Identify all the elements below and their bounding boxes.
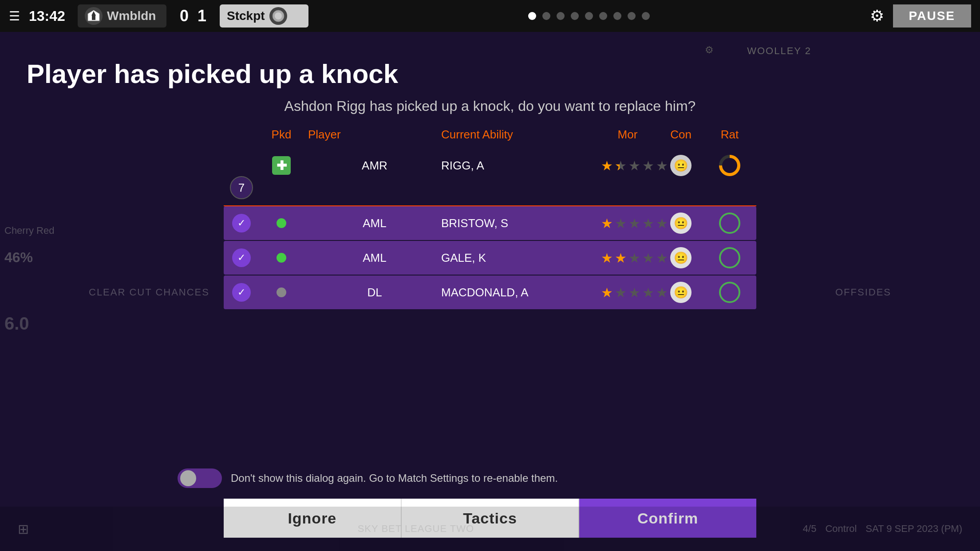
table-row[interactable]: ✚ AMR RIGG, A ★ ★★ ★ ★ ★ 😐 7 [224, 149, 756, 206]
pkd-gale [255, 253, 308, 263]
star-2: ★ [615, 285, 627, 300]
dot-4[interactable] [571, 12, 579, 20]
dialog-title: Player has picked up a knock [27, 59, 953, 89]
position-bristow: AML [308, 216, 441, 230]
table-row[interactable]: ✓ AML GALE, K ★ ★ ★ ★ ★ 😐 [224, 241, 756, 275]
stars-gale: ★ ★ ★ ★ ★ [601, 250, 654, 266]
svg-point-4 [275, 12, 282, 20]
dot-1[interactable] [528, 12, 536, 20]
bottom-icons: ⊞ [18, 521, 29, 537]
star-4: ★ [642, 285, 654, 300]
pause-button[interactable]: PAUSE [893, 4, 971, 28]
star-1: ★ [601, 158, 613, 173]
con-gale [707, 247, 752, 268]
col-header-mor: Mor [601, 128, 654, 142]
check-bristow: ✓ [228, 214, 255, 232]
star-2: ★ [615, 216, 627, 231]
mood-macdonald: 😐 [670, 282, 692, 303]
star-5: ★ [656, 216, 668, 231]
home-score: 0 [180, 7, 189, 25]
col-header-con: Con [654, 128, 707, 142]
check-macdonald: ✓ [228, 283, 255, 302]
background-bottom-bar: ⊞ SKY BET LEAGUE TWO 4/5 Control SAT 9 S… [0, 507, 980, 551]
home-team-name: Wmbldn [107, 9, 156, 23]
score-display: 0 1 [175, 7, 211, 25]
grid-icon: ⊞ [18, 521, 29, 537]
con-bristow [707, 213, 752, 234]
dot-6[interactable] [599, 12, 607, 20]
settings-icon[interactable]: ⚙ [870, 7, 884, 25]
position-rigg: AMR [308, 159, 441, 173]
toggle-switch[interactable] [178, 468, 222, 488]
bottom-right-info: 4/5 Control SAT 9 SEP 2023 (PM) [803, 523, 962, 535]
dot-3[interactable] [557, 12, 565, 20]
status-dot-macdonald [277, 287, 286, 297]
mood-bristow: 😐 [670, 213, 692, 234]
rating-rigg: 7 [230, 176, 253, 199]
star-4: ★ [642, 158, 654, 173]
star-3: ★ [628, 158, 640, 173]
star-3: ★ [628, 216, 640, 231]
stars-rigg: ★ ★★ ★ ★ ★ [601, 158, 654, 173]
league-label: SKY BET LEAGUE TWO [358, 523, 474, 535]
con-macdonald [707, 282, 752, 303]
toggle-knob [180, 470, 196, 486]
col-header-player: Player [308, 128, 441, 142]
match-time: 13:42 [29, 8, 69, 24]
toggle-row: Don't show this dialog again. Go to Matc… [178, 468, 953, 488]
mood-rigg: 😐 [670, 155, 692, 176]
star-4: ★ [642, 250, 654, 266]
star-5: ★ [656, 158, 668, 173]
mood-gale: 😐 [670, 247, 692, 268]
star-4: ★ [642, 216, 654, 231]
team-away-block: Stckpt [220, 4, 308, 28]
col-header-ability: Current Ability [441, 128, 601, 142]
status-dot-gale [277, 253, 286, 263]
player-name-bristow: BRISTOW, S [441, 216, 601, 230]
bottom-score: 4/5 [803, 523, 817, 535]
player-name-gale: GALE, K [441, 251, 601, 265]
toggle-label: Don't show this dialog again. Go to Matc… [231, 472, 558, 484]
check-icon-gale: ✓ [232, 248, 251, 267]
dot-8[interactable] [628, 12, 636, 20]
away-score: 1 [198, 7, 206, 25]
star-1: ★ [601, 285, 613, 300]
bottom-control-label: Control [825, 523, 857, 535]
status-dot-bristow [277, 218, 286, 228]
check-icon-macdonald: ✓ [232, 283, 251, 302]
dot-2[interactable] [542, 12, 550, 20]
star-3: ★ [628, 285, 640, 300]
star-1: ★ [601, 250, 613, 266]
menu-icon[interactable]: ☰ [9, 9, 20, 24]
pkd-macdonald [255, 287, 308, 297]
player-table: Pkd Player Current Ability Mor Con Rat ✚… [224, 128, 756, 310]
table-row[interactable]: ✓ AML BRISTOW, S ★ ★ ★ ★ ★ 😐 [224, 206, 756, 240]
home-badge [85, 7, 103, 25]
away-team-name: Stckpt [227, 9, 265, 23]
check-gale: ✓ [228, 248, 255, 267]
star-1: ★ [601, 216, 613, 231]
star-2: ★★ [615, 158, 627, 173]
dot-7[interactable] [613, 12, 621, 20]
pkd-bristow [255, 218, 308, 228]
away-badge [269, 7, 287, 25]
position-macdonald: DL [308, 286, 441, 299]
star-2: ★ [615, 250, 627, 266]
bg-date: SAT 9 SEP 2023 (PM) [865, 523, 962, 535]
table-row[interactable]: ✓ DL MACDONALD, A ★ ★ ★ ★ ★ 😐 [224, 276, 756, 309]
dot-5[interactable] [585, 12, 593, 20]
star-5: ★ [656, 250, 668, 266]
medical-icon: ✚ [272, 156, 291, 175]
top-bar: ☰ 13:42 Wmbldn 0 1 Stckpt [0, 0, 980, 32]
team-home-block: Wmbldn [78, 4, 166, 28]
col-header-pkd: Pkd [255, 128, 308, 142]
star-3: ★ [628, 250, 640, 266]
pkd-col-rigg: ✚ [255, 156, 308, 175]
star-5: ★ [656, 285, 668, 300]
con-rigg [707, 155, 752, 176]
col-header-rat: Rat [707, 128, 752, 142]
table-header: Pkd Player Current Ability Mor Con Rat [224, 128, 756, 149]
position-gale: AML [308, 251, 441, 265]
page-dots [528, 12, 650, 20]
dot-9[interactable] [642, 12, 650, 20]
